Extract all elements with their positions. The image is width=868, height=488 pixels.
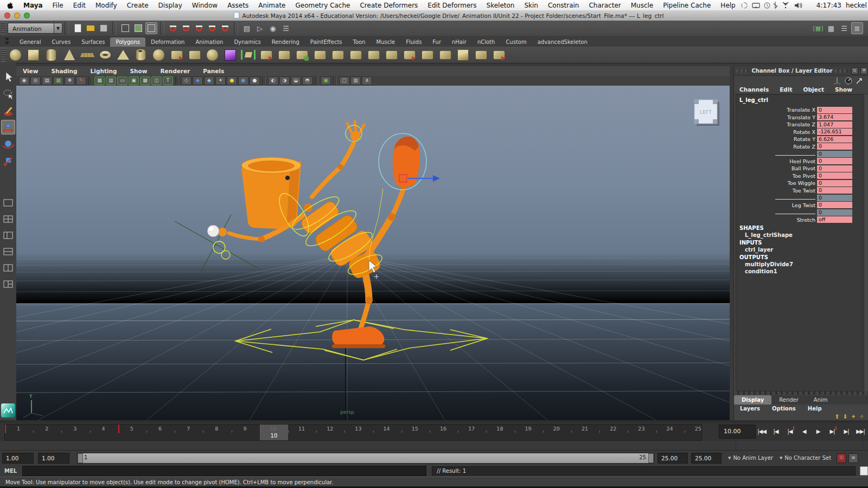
- keyframe-tick-1[interactable]: [5, 425, 6, 433]
- keyframe-tick-5[interactable]: [118, 425, 119, 433]
- poly-sculpt-icon[interactable]: [474, 48, 488, 62]
- statusline-separator[interactable]: [160, 22, 164, 35]
- animation-preferences-icon[interactable]: ≡: [848, 453, 858, 463]
- gate-mask-icon[interactable]: ▣: [129, 76, 139, 85]
- field-chart-icon[interactable]: ▩: [140, 76, 150, 85]
- poly-platonic-icon[interactable]: [151, 48, 166, 62]
- persp-outliner-layout[interactable]: [1, 228, 15, 242]
- menu-assets[interactable]: Assets: [222, 2, 253, 9]
- 2d-pan-zoom-icon[interactable]: ✥: [65, 76, 75, 85]
- channel-name[interactable]: Translate Z: [736, 121, 815, 127]
- minimize-window-button[interactable]: [14, 12, 20, 18]
- new-scene-icon[interactable]: [72, 22, 84, 34]
- play-backwards-button[interactable]: ◀: [797, 424, 810, 438]
- poly-pyramid-icon[interactable]: [116, 48, 130, 62]
- channel-box-menu-edit[interactable]: Edit: [774, 86, 797, 93]
- panel-menu-panels[interactable]: Panels: [196, 68, 231, 74]
- channel-name[interactable]: [736, 195, 815, 201]
- layer-tab-render[interactable]: Render: [771, 395, 806, 404]
- range-end-handle[interactable]: [648, 453, 654, 463]
- safe-title-icon[interactable]: T: [163, 76, 173, 85]
- menu-create-deformers[interactable]: Create Deformers: [355, 2, 423, 9]
- move-tool[interactable]: [1, 120, 15, 134]
- ball-prop[interactable]: [207, 225, 219, 237]
- channel-value-field[interactable]: 3.674: [817, 114, 852, 120]
- poly-torus-icon[interactable]: [98, 48, 112, 62]
- move-layer-up-icon[interactable]: ⬆: [834, 413, 839, 420]
- new-empty-layer-icon[interactable]: ✦: [851, 413, 856, 420]
- shelf-tab-toon[interactable]: Toon: [348, 37, 371, 47]
- channel-name[interactable]: Rotate X: [736, 129, 815, 135]
- channel-scrollbar[interactable]: [864, 94, 868, 390]
- panel-menu-renderer[interactable]: Renderer: [154, 68, 196, 74]
- snap-to-grids-icon[interactable]: [167, 22, 179, 34]
- shadows-icon[interactable]: ◐: [268, 76, 278, 85]
- shelf-tab-advancedskeleton[interactable]: advancedSkeleton: [532, 37, 593, 47]
- channel-object-name[interactable]: L_leg_ctrl: [736, 95, 863, 106]
- snap-to-view-planes-icon[interactable]: [206, 22, 218, 34]
- menu-set-dropdown[interactable]: Animation ▼: [8, 23, 62, 34]
- current-time-field[interactable]: 10.00: [719, 425, 756, 439]
- layer-menu-options[interactable]: Options: [766, 406, 802, 412]
- channel-value-field[interactable]: off: [817, 216, 852, 223]
- statusline-separator[interactable]: [234, 22, 238, 35]
- channel-box-menu-show[interactable]: Show: [829, 86, 858, 93]
- speed-dial-icon[interactable]: [845, 77, 852, 85]
- channel-value-field[interactable]: 0: [817, 187, 852, 194]
- hypershade-persp-layout[interactable]: [1, 260, 15, 275]
- channel-name[interactable]: Toe Pivot: [736, 173, 815, 179]
- render-current-frame-icon[interactable]: ▷: [254, 22, 266, 34]
- channel-value-field[interactable]: 0: [817, 172, 852, 179]
- step-forward-key-button[interactable]: ▶|: [826, 424, 839, 438]
- layer-menu-layers[interactable]: Layers: [734, 406, 766, 412]
- tool-settings-toggle-icon[interactable]: ☰: [838, 22, 850, 34]
- poly-booleans-icon[interactable]: [205, 48, 220, 62]
- shelf-tab-surfaces[interactable]: Surfaces: [76, 37, 110, 47]
- toolbox-bottom-icon[interactable]: [1, 403, 15, 418]
- poly-bridge-icon[interactable]: [384, 48, 399, 62]
- make-live-icon[interactable]: [219, 22, 231, 34]
- shelf-tab-deformation[interactable]: Deformation: [145, 37, 190, 47]
- menu-constrain[interactable]: Constrain: [543, 2, 584, 9]
- snap-to-curves-icon[interactable]: [180, 22, 192, 34]
- poly-plane-icon[interactable]: [80, 48, 94, 62]
- persp-uv-layout[interactable]: [1, 277, 15, 291]
- menu-animate[interactable]: Animate: [253, 2, 290, 9]
- shelf-tab-nhair[interactable]: nHair: [446, 37, 472, 47]
- close-window-button[interactable]: [4, 12, 10, 18]
- panel-menu-view[interactable]: View: [16, 68, 44, 74]
- panel-drag-handle[interactable]: [835, 69, 848, 73]
- mel-command-input[interactable]: [22, 466, 426, 476]
- channel-box-menu-channels[interactable]: Channels: [734, 86, 774, 93]
- poly-smooth-icon[interactable]: [223, 48, 238, 62]
- channel-name[interactable]: Toe Twist: [736, 188, 815, 194]
- poly-quad-draw-icon[interactable]: [295, 48, 309, 62]
- menu-modify[interactable]: Modify: [91, 2, 122, 9]
- character-head[interactable]: [241, 157, 301, 229]
- open-scene-icon[interactable]: [85, 22, 97, 34]
- channel-value-field[interactable]: 0: [817, 180, 852, 187]
- select-tool[interactable]: [1, 69, 15, 84]
- step-back-frame-button[interactable]: |◀: [769, 424, 782, 438]
- poly-cylinder-icon[interactable]: [44, 48, 59, 62]
- poly-cube-icon[interactable]: [26, 48, 41, 62]
- menu-skeleton[interactable]: Skeleton: [482, 2, 520, 9]
- xray-joints-icon[interactable]: ▥: [350, 76, 361, 85]
- poly-reduce-icon[interactable]: [169, 48, 184, 62]
- statusline-separator[interactable]: [112, 22, 117, 35]
- menu-help[interactable]: Help: [716, 2, 740, 9]
- close-icon[interactable]: ✕: [860, 67, 867, 74]
- default-lighting-icon[interactable]: ●: [227, 76, 237, 85]
- step-back-key-button[interactable]: |◀: [783, 424, 796, 438]
- poly-append-icon[interactable]: [259, 48, 273, 62]
- window-titlebar[interactable]: Autodesk Maya 2014 x64 - Educational Ver…: [0, 10, 868, 21]
- scale-tool[interactable]: [1, 153, 15, 168]
- menu-pipeline-cache[interactable]: Pipeline Cache: [658, 2, 716, 9]
- shelf-tab-ncloth[interactable]: nCloth: [472, 37, 500, 47]
- apple-menu[interactable]: [0, 2, 18, 9]
- channel-value-field[interactable]: -126.651: [817, 129, 852, 135]
- layer-tab-display[interactable]: Display: [734, 395, 771, 404]
- single-pane-layout[interactable]: [1, 195, 15, 210]
- panel-menu-lighting[interactable]: Lighting: [84, 68, 124, 74]
- shelf-tab-rendering[interactable]: Rendering: [266, 37, 305, 47]
